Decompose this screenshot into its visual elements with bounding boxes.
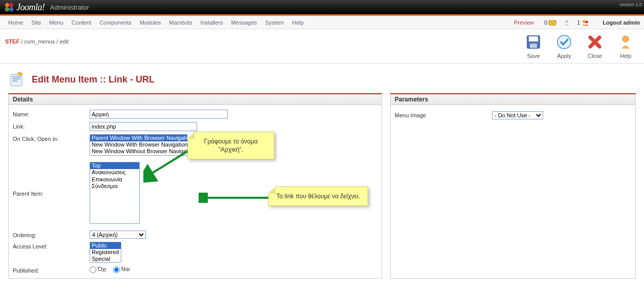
published-label: Published: bbox=[13, 266, 90, 274]
edit-menu-icon bbox=[8, 71, 26, 88]
apply-button[interactable]: Apply bbox=[550, 32, 578, 60]
brand-subtitle: Administrator bbox=[50, 4, 89, 11]
logout-link[interactable]: Logout admin bbox=[595, 19, 640, 26]
row-menu-image: Menu Image - Do Not Use - bbox=[395, 108, 631, 122]
help-icon bbox=[617, 33, 634, 51]
close-button[interactable]: Close bbox=[581, 32, 609, 60]
details-heading: Details bbox=[9, 94, 381, 105]
row-access: Access Level: Public Registered Special bbox=[13, 240, 377, 265]
joomla-logo-icon bbox=[4, 2, 14, 12]
svg-point-6 bbox=[583, 20, 586, 23]
svg-rect-9 bbox=[529, 36, 538, 41]
logo: Joomla! Administrator bbox=[4, 2, 89, 13]
save-icon bbox=[525, 33, 542, 51]
menu-home[interactable]: Home bbox=[4, 18, 27, 27]
menu-system[interactable]: System bbox=[261, 18, 288, 27]
published-no-radio[interactable] bbox=[90, 266, 96, 273]
breadcrumb: STEF / com_menus / edit bbox=[0, 29, 515, 54]
page-title-main: Edit Menu Item bbox=[32, 74, 97, 85]
row-published: Published: Όχι Ναι bbox=[13, 264, 377, 275]
svg-rect-18 bbox=[12, 78, 20, 79]
breadcrumb-first[interactable]: STEF bbox=[5, 38, 19, 45]
svg-rect-12 bbox=[530, 46, 537, 46]
user-status-2[interactable]: 1 bbox=[577, 19, 589, 26]
parent-opt-0[interactable]: Top bbox=[90, 162, 139, 169]
svg-rect-17 bbox=[12, 76, 20, 77]
annotation-note-name-text: Γράφουμε το όνομα "Αρχική". bbox=[204, 138, 258, 153]
apply-label: Apply bbox=[551, 53, 577, 59]
access-opt-2[interactable]: Special bbox=[90, 256, 121, 262]
row-ordering: Ordering: 4 (Αρχική) bbox=[13, 229, 377, 240]
help-button[interactable]: Help bbox=[611, 32, 640, 60]
openin-opt-0[interactable]: Parent Window With Browser Navigation bbox=[90, 135, 202, 141]
close-label: Close bbox=[582, 53, 608, 59]
top-menu: Home Site Menu Content Components Module… bbox=[0, 16, 644, 29]
svg-point-7 bbox=[586, 20, 588, 23]
ordering-select[interactable]: 4 (Αρχική) bbox=[90, 231, 146, 239]
svg-rect-16 bbox=[11, 74, 22, 86]
ordering-label: Ordering: bbox=[13, 231, 90, 238]
published-yes-wrap[interactable]: Ναι bbox=[113, 266, 130, 272]
parent-select[interactable]: Top Ανακοινώσεις Επικοινωνία Σύνδεσμοι bbox=[90, 162, 140, 224]
save-button[interactable]: Save bbox=[519, 32, 548, 60]
menu-site[interactable]: Site bbox=[27, 18, 45, 27]
menu-messages[interactable]: Messages bbox=[227, 18, 261, 27]
menu-components[interactable]: Components bbox=[95, 18, 135, 27]
menu-installers[interactable]: Installers bbox=[197, 18, 227, 27]
note-fold-icon bbox=[268, 186, 275, 194]
parameters-heading: Parameters bbox=[391, 94, 635, 105]
menu-content[interactable]: Content bbox=[68, 18, 96, 27]
parent-opt-2[interactable]: Επικοινωνία bbox=[90, 176, 139, 183]
mail-status[interactable]: 0 bbox=[544, 19, 556, 26]
svg-point-13 bbox=[557, 35, 571, 49]
parameters-panel: Parameters Menu Image - Do Not Use - bbox=[390, 93, 636, 279]
access-opt-0[interactable]: Public bbox=[90, 242, 121, 249]
header-bar: Joomla! Administrator version 1.0 bbox=[0, 0, 644, 14]
menu-image-select[interactable]: - Do Not Use - bbox=[492, 111, 543, 119]
svg-rect-4 bbox=[549, 20, 556, 25]
parameters-body: Menu Image - Do Not Use - bbox=[391, 105, 635, 126]
menu-mambots[interactable]: Mambots bbox=[165, 18, 196, 27]
menu-menu[interactable]: Menu bbox=[45, 18, 68, 27]
mail-count: 0 bbox=[544, 19, 547, 26]
user-count: 1 bbox=[577, 19, 580, 26]
openin-select[interactable]: Parent Window With Browser Navigation Ne… bbox=[90, 134, 202, 156]
menu-modules[interactable]: Modules bbox=[136, 18, 165, 27]
openin-opt-2[interactable]: New Window Without Browser Navigation bbox=[90, 148, 202, 155]
access-opt-1[interactable]: Registered bbox=[90, 249, 121, 256]
users-icon bbox=[581, 19, 589, 26]
openin-label: On Click, Open in: bbox=[13, 134, 90, 142]
published-yes-label: Ναι bbox=[121, 266, 130, 272]
svg-point-2 bbox=[5, 7, 9, 11]
svg-point-1 bbox=[9, 3, 13, 7]
openin-opt-1[interactable]: New Window With Browser Navigation bbox=[90, 141, 202, 148]
breadcrumb-rest: / com_menus / edit bbox=[19, 38, 69, 45]
page-title-suffix: :: Link - URL bbox=[97, 74, 155, 85]
svg-point-5 bbox=[565, 20, 568, 23]
name-input[interactable] bbox=[90, 110, 228, 119]
access-label: Access Level: bbox=[13, 242, 90, 250]
apply-icon bbox=[555, 33, 573, 51]
menu-help[interactable]: Help bbox=[288, 18, 308, 27]
annotation-note-link: Το link που θέλουμε να δείχνει. bbox=[268, 186, 368, 206]
user-shadow-icon bbox=[563, 19, 571, 26]
save-label: Save bbox=[520, 53, 547, 59]
svg-point-0 bbox=[5, 3, 9, 7]
mail-icon bbox=[548, 19, 556, 26]
access-select[interactable]: Public Registered Special bbox=[90, 242, 121, 263]
close-icon bbox=[586, 33, 604, 51]
published-yes-radio[interactable] bbox=[113, 266, 120, 273]
preview-link[interactable]: Preview bbox=[510, 18, 538, 27]
parent-opt-3[interactable]: Σύνδεσμοι bbox=[90, 183, 139, 190]
version-tag: version 1.0 bbox=[619, 2, 642, 7]
brand-text: Joomla! bbox=[16, 2, 45, 13]
link-input[interactable] bbox=[90, 122, 197, 131]
user-status-1[interactable] bbox=[563, 19, 571, 26]
parent-opt-1[interactable]: Ανακοινώσεις bbox=[90, 169, 139, 176]
page-title-wrap: Edit Menu Item :: Link - URL bbox=[0, 64, 644, 93]
published-no-label: Όχι bbox=[98, 266, 106, 272]
published-no-wrap[interactable]: Όχι bbox=[90, 266, 106, 272]
svg-point-3 bbox=[9, 7, 13, 11]
row-link: Link: bbox=[13, 120, 377, 133]
toolbar-buttons: Save Apply Close Help bbox=[515, 29, 644, 63]
